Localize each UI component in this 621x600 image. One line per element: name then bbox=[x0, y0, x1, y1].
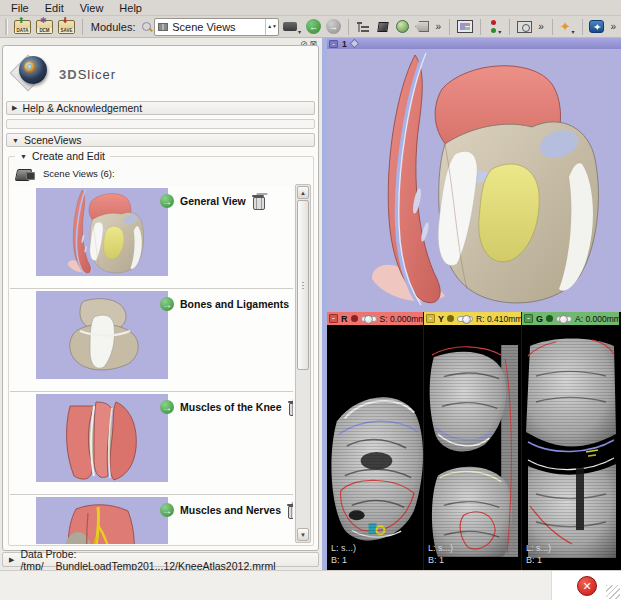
menu-help[interactable]: Help bbox=[112, 1, 149, 15]
toolbar-handle[interactable] bbox=[5, 19, 8, 35]
crosshair-button[interactable]: ✦▾ bbox=[559, 17, 576, 36]
list-item: → Bones and Ligaments bbox=[10, 289, 293, 392]
error-close-button[interactable]: ✕ bbox=[577, 576, 597, 596]
restore-scene-button[interactable]: → bbox=[160, 297, 174, 311]
toolbar-overflow-button[interactable]: » bbox=[608, 21, 618, 32]
menu-file[interactable]: File bbox=[4, 1, 36, 15]
layer-label-line: L: s...) bbox=[526, 542, 551, 554]
load-data-button[interactable]: ⬆ DATA bbox=[13, 17, 32, 36]
cube-icon bbox=[376, 20, 389, 33]
scene-view-label: Muscles and Nerves bbox=[180, 504, 281, 516]
history-icon bbox=[283, 22, 297, 31]
toolbar-separator bbox=[509, 19, 510, 35]
slice-pin-icon[interactable] bbox=[447, 315, 454, 322]
scene-view-label: Bones and Ligaments bbox=[180, 298, 289, 310]
slice-offset-value: S: 0.000mm bbox=[380, 314, 426, 324]
slice-offset-slider[interactable] bbox=[457, 316, 473, 322]
create-and-edit-header[interactable]: ▼ Create and Edit bbox=[15, 150, 110, 162]
logo-3d: 3D bbox=[59, 67, 78, 82]
menu-bar: File Edit View Help bbox=[0, 0, 621, 16]
restore-scene-button[interactable]: → bbox=[160, 503, 174, 517]
dicom-button[interactable]: ✱ DCM bbox=[35, 17, 54, 36]
red-slice-header: - R S: 0.000mm bbox=[327, 312, 423, 325]
delete-scene-icon[interactable] bbox=[287, 503, 293, 517]
save-button[interactable]: ⬇ SAVE bbox=[57, 17, 76, 36]
models-button[interactable] bbox=[394, 17, 411, 36]
slice-layer-labels: L: s...) B: 1 bbox=[526, 542, 551, 566]
slice-minimize-button[interactable]: - bbox=[426, 314, 435, 323]
scene-list-scrollbar[interactable]: ▲ ▼ bbox=[295, 184, 311, 543]
scrollbar-up-icon[interactable]: ▲ bbox=[297, 186, 309, 199]
menu-edit[interactable]: Edit bbox=[38, 1, 71, 15]
dicom-glyph: ✱ bbox=[40, 17, 47, 25]
toolbar-separator bbox=[552, 19, 553, 35]
yellow-slice-viewport[interactable]: L: s...) B: 1 bbox=[424, 325, 521, 570]
module-selector-combo[interactable]: Scene Views ▲▼ bbox=[154, 18, 279, 36]
extensions-button[interactable] bbox=[588, 17, 605, 36]
slice-minimize-button[interactable]: - bbox=[524, 314, 533, 323]
layout-selector-button[interactable] bbox=[456, 17, 474, 36]
screenshot-button[interactable] bbox=[516, 17, 533, 36]
slice-layer-labels: L: s...) B: 1 bbox=[331, 542, 356, 566]
slice-offset-slider[interactable] bbox=[556, 316, 572, 322]
crosshair-icon: ✦ bbox=[560, 20, 571, 33]
toolbar-separator bbox=[82, 19, 83, 35]
scrollbar-thumb[interactable] bbox=[297, 200, 309, 370]
back-arrow-icon: ← bbox=[306, 19, 321, 34]
slice-letter-label: Y bbox=[438, 314, 444, 324]
module-forward-button[interactable]: → bbox=[325, 17, 342, 36]
goto-module-button[interactable] bbox=[414, 17, 431, 36]
module-panel-area: ⊘ ⊠ 3DSlicer ▶ Help & Acknowledgement ▼ … bbox=[0, 38, 322, 570]
3d-view-header: - 1 bbox=[327, 38, 621, 49]
scene-thumbnail-nerves bbox=[36, 497, 168, 544]
scene-thumbnail-general-view bbox=[36, 188, 168, 276]
logo-slicer: Slicer bbox=[78, 67, 117, 82]
slice-pin-icon[interactable] bbox=[351, 315, 358, 322]
slice-letter-label: R bbox=[341, 314, 348, 324]
slice-pin-icon[interactable] bbox=[546, 315, 553, 322]
restore-scene-button[interactable]: → bbox=[160, 194, 174, 208]
mouse-mode-button[interactable]: ▾ bbox=[487, 17, 504, 36]
toolbar-separator bbox=[480, 19, 481, 35]
green-slice-viewport[interactable]: L: s...) B: 1 bbox=[522, 325, 619, 570]
extensions-manager-button[interactable] bbox=[375, 17, 392, 36]
delete-scene-icon[interactable] bbox=[252, 194, 264, 208]
toolbar-overflow-button[interactable]: » bbox=[434, 21, 444, 32]
module-search-icon[interactable] bbox=[141, 21, 151, 33]
list-item: → Muscles of the Knee bbox=[10, 392, 293, 495]
slice-minimize-button[interactable]: - bbox=[329, 314, 338, 323]
sphere-icon bbox=[396, 20, 409, 33]
module-hierarchy-button[interactable] bbox=[355, 17, 372, 36]
create-and-edit-groupbox: ▼ Create and Edit Scene Views (6): → bbox=[8, 156, 314, 546]
red-slice-viewport[interactable]: L: s...) B: 1 bbox=[327, 325, 423, 570]
delete-scene-icon[interactable] bbox=[288, 400, 293, 414]
slice-letter-label: G bbox=[536, 314, 543, 324]
slice-layer-labels: L: s...) B: 1 bbox=[428, 542, 453, 566]
module-history-button[interactable]: ▾ bbox=[282, 17, 302, 36]
scrollbar-down-icon[interactable]: ▼ bbox=[297, 528, 309, 541]
extensions-icon bbox=[589, 20, 604, 33]
restore-scene-button[interactable]: → bbox=[160, 400, 174, 414]
3d-view-pin-icon[interactable] bbox=[349, 39, 359, 49]
3d-view-minimize-button[interactable]: - bbox=[329, 40, 338, 48]
menu-view[interactable]: View bbox=[73, 1, 111, 15]
modules-label: Modules: bbox=[91, 21, 136, 33]
main-toolbar: ⬆ DATA ✱ DCM ⬇ SAVE Modules: Scene Views… bbox=[0, 16, 621, 38]
slicer-logo-text: 3DSlicer bbox=[59, 67, 116, 82]
help-acknowledgement-section[interactable]: ▶ Help & Acknowledgement bbox=[6, 101, 315, 115]
sceneviews-section[interactable]: ▼ SceneViews bbox=[6, 133, 315, 147]
toolbar-overflow-button[interactable]: » bbox=[536, 21, 546, 32]
status-bar: ✕ bbox=[0, 570, 621, 600]
app-window: File Edit View Help ⬆ DATA ✱ DCM ⬇ SAVE … bbox=[0, 0, 621, 600]
combo-spinner-icon[interactable]: ▲▼ bbox=[265, 19, 278, 35]
slice-offset-slider[interactable] bbox=[361, 316, 377, 322]
data-probe-bar[interactable]: ▶ Data Probe: /tmp/__BundleLoadTemp201..… bbox=[2, 552, 319, 567]
resize-grip[interactable] bbox=[606, 585, 620, 599]
scene-thumbnail-bones bbox=[36, 291, 168, 379]
3d-viewport[interactable] bbox=[327, 49, 621, 312]
toolbar-separator bbox=[348, 19, 349, 35]
slicer-logo: 3DSlicer bbox=[13, 54, 116, 94]
scene-view-label: General View bbox=[180, 195, 246, 207]
module-back-button[interactable]: ← bbox=[305, 17, 322, 36]
save-label: SAVE bbox=[59, 28, 74, 33]
